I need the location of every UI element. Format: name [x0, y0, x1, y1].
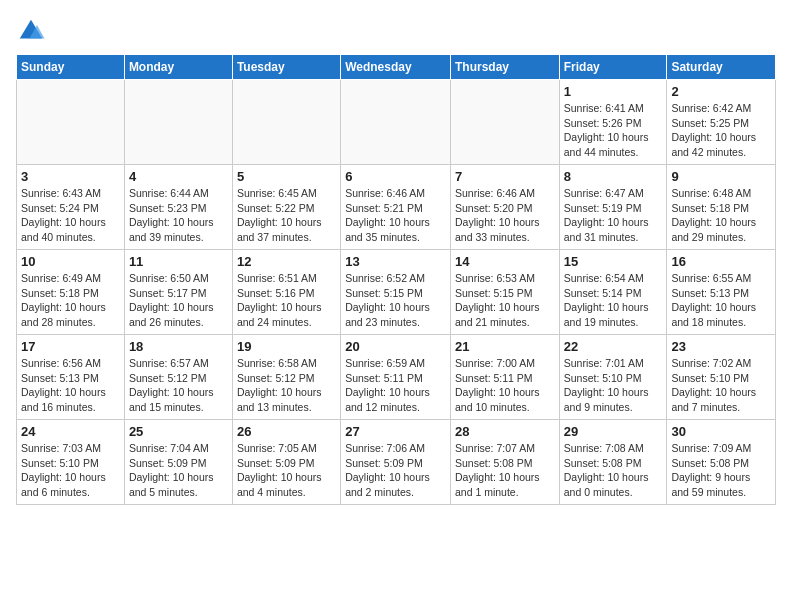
day-number: 29	[564, 424, 663, 439]
day-info: Sunrise: 7:03 AM Sunset: 5:10 PM Dayligh…	[21, 441, 120, 500]
day-number: 21	[455, 339, 555, 354]
day-number: 28	[455, 424, 555, 439]
day-info: Sunrise: 6:46 AM Sunset: 5:20 PM Dayligh…	[455, 186, 555, 245]
day-number: 13	[345, 254, 446, 269]
day-info: Sunrise: 6:57 AM Sunset: 5:12 PM Dayligh…	[129, 356, 228, 415]
day-number: 16	[671, 254, 771, 269]
day-number: 15	[564, 254, 663, 269]
day-number: 1	[564, 84, 663, 99]
calendar-day-cell: 3Sunrise: 6:43 AM Sunset: 5:24 PM Daylig…	[17, 165, 125, 250]
calendar-day-cell: 8Sunrise: 6:47 AM Sunset: 5:19 PM Daylig…	[559, 165, 667, 250]
calendar-week-row: 3Sunrise: 6:43 AM Sunset: 5:24 PM Daylig…	[17, 165, 776, 250]
day-number: 11	[129, 254, 228, 269]
calendar-day-cell	[124, 80, 232, 165]
day-number: 20	[345, 339, 446, 354]
day-info: Sunrise: 7:05 AM Sunset: 5:09 PM Dayligh…	[237, 441, 336, 500]
calendar-day-cell	[232, 80, 340, 165]
day-info: Sunrise: 6:51 AM Sunset: 5:16 PM Dayligh…	[237, 271, 336, 330]
day-number: 17	[21, 339, 120, 354]
calendar-day-cell: 23Sunrise: 7:02 AM Sunset: 5:10 PM Dayli…	[667, 335, 776, 420]
calendar-week-row: 24Sunrise: 7:03 AM Sunset: 5:10 PM Dayli…	[17, 420, 776, 505]
calendar-day-cell: 4Sunrise: 6:44 AM Sunset: 5:23 PM Daylig…	[124, 165, 232, 250]
calendar-day-cell: 20Sunrise: 6:59 AM Sunset: 5:11 PM Dayli…	[341, 335, 451, 420]
calendar-header-row: SundayMondayTuesdayWednesdayThursdayFrid…	[17, 55, 776, 80]
calendar-day-cell: 28Sunrise: 7:07 AM Sunset: 5:08 PM Dayli…	[450, 420, 559, 505]
day-info: Sunrise: 6:44 AM Sunset: 5:23 PM Dayligh…	[129, 186, 228, 245]
calendar-day-cell: 17Sunrise: 6:56 AM Sunset: 5:13 PM Dayli…	[17, 335, 125, 420]
calendar-week-row: 10Sunrise: 6:49 AM Sunset: 5:18 PM Dayli…	[17, 250, 776, 335]
calendar-day-cell: 10Sunrise: 6:49 AM Sunset: 5:18 PM Dayli…	[17, 250, 125, 335]
calendar-day-cell: 1Sunrise: 6:41 AM Sunset: 5:26 PM Daylig…	[559, 80, 667, 165]
calendar-day-cell: 18Sunrise: 6:57 AM Sunset: 5:12 PM Dayli…	[124, 335, 232, 420]
day-number: 3	[21, 169, 120, 184]
day-number: 23	[671, 339, 771, 354]
calendar-week-row: 17Sunrise: 6:56 AM Sunset: 5:13 PM Dayli…	[17, 335, 776, 420]
calendar-day-cell: 9Sunrise: 6:48 AM Sunset: 5:18 PM Daylig…	[667, 165, 776, 250]
day-info: Sunrise: 6:47 AM Sunset: 5:19 PM Dayligh…	[564, 186, 663, 245]
page-header	[16, 16, 776, 46]
calendar-day-cell: 7Sunrise: 6:46 AM Sunset: 5:20 PM Daylig…	[450, 165, 559, 250]
day-info: Sunrise: 6:43 AM Sunset: 5:24 PM Dayligh…	[21, 186, 120, 245]
day-number: 25	[129, 424, 228, 439]
day-number: 24	[21, 424, 120, 439]
day-info: Sunrise: 7:04 AM Sunset: 5:09 PM Dayligh…	[129, 441, 228, 500]
day-number: 22	[564, 339, 663, 354]
calendar-day-cell	[450, 80, 559, 165]
day-info: Sunrise: 6:54 AM Sunset: 5:14 PM Dayligh…	[564, 271, 663, 330]
calendar-day-cell: 29Sunrise: 7:08 AM Sunset: 5:08 PM Dayli…	[559, 420, 667, 505]
logo	[16, 16, 52, 46]
logo-icon	[16, 16, 46, 46]
calendar-week-row: 1Sunrise: 6:41 AM Sunset: 5:26 PM Daylig…	[17, 80, 776, 165]
day-number: 12	[237, 254, 336, 269]
day-info: Sunrise: 6:55 AM Sunset: 5:13 PM Dayligh…	[671, 271, 771, 330]
calendar-day-cell	[341, 80, 451, 165]
calendar-day-header: Monday	[124, 55, 232, 80]
calendar-day-cell: 27Sunrise: 7:06 AM Sunset: 5:09 PM Dayli…	[341, 420, 451, 505]
calendar-day-cell: 13Sunrise: 6:52 AM Sunset: 5:15 PM Dayli…	[341, 250, 451, 335]
day-info: Sunrise: 6:46 AM Sunset: 5:21 PM Dayligh…	[345, 186, 446, 245]
day-info: Sunrise: 6:58 AM Sunset: 5:12 PM Dayligh…	[237, 356, 336, 415]
day-info: Sunrise: 6:59 AM Sunset: 5:11 PM Dayligh…	[345, 356, 446, 415]
day-info: Sunrise: 6:48 AM Sunset: 5:18 PM Dayligh…	[671, 186, 771, 245]
day-info: Sunrise: 6:49 AM Sunset: 5:18 PM Dayligh…	[21, 271, 120, 330]
calendar-day-header: Wednesday	[341, 55, 451, 80]
calendar-day-header: Saturday	[667, 55, 776, 80]
calendar-day-cell: 26Sunrise: 7:05 AM Sunset: 5:09 PM Dayli…	[232, 420, 340, 505]
calendar-day-cell: 19Sunrise: 6:58 AM Sunset: 5:12 PM Dayli…	[232, 335, 340, 420]
calendar-body: 1Sunrise: 6:41 AM Sunset: 5:26 PM Daylig…	[17, 80, 776, 505]
day-number: 7	[455, 169, 555, 184]
calendar-day-cell: 11Sunrise: 6:50 AM Sunset: 5:17 PM Dayli…	[124, 250, 232, 335]
calendar-day-cell: 25Sunrise: 7:04 AM Sunset: 5:09 PM Dayli…	[124, 420, 232, 505]
day-number: 5	[237, 169, 336, 184]
calendar-day-cell: 5Sunrise: 6:45 AM Sunset: 5:22 PM Daylig…	[232, 165, 340, 250]
day-info: Sunrise: 6:45 AM Sunset: 5:22 PM Dayligh…	[237, 186, 336, 245]
day-number: 19	[237, 339, 336, 354]
calendar-day-cell: 16Sunrise: 6:55 AM Sunset: 5:13 PM Dayli…	[667, 250, 776, 335]
day-number: 9	[671, 169, 771, 184]
day-number: 10	[21, 254, 120, 269]
day-number: 30	[671, 424, 771, 439]
calendar-day-cell: 2Sunrise: 6:42 AM Sunset: 5:25 PM Daylig…	[667, 80, 776, 165]
calendar-day-cell: 24Sunrise: 7:03 AM Sunset: 5:10 PM Dayli…	[17, 420, 125, 505]
day-info: Sunrise: 7:09 AM Sunset: 5:08 PM Dayligh…	[671, 441, 771, 500]
calendar-day-cell: 14Sunrise: 6:53 AM Sunset: 5:15 PM Dayli…	[450, 250, 559, 335]
day-info: Sunrise: 6:41 AM Sunset: 5:26 PM Dayligh…	[564, 101, 663, 160]
day-number: 2	[671, 84, 771, 99]
calendar: SundayMondayTuesdayWednesdayThursdayFrid…	[16, 54, 776, 505]
calendar-day-cell: 30Sunrise: 7:09 AM Sunset: 5:08 PM Dayli…	[667, 420, 776, 505]
calendar-day-cell: 21Sunrise: 7:00 AM Sunset: 5:11 PM Dayli…	[450, 335, 559, 420]
day-number: 6	[345, 169, 446, 184]
day-number: 27	[345, 424, 446, 439]
day-number: 26	[237, 424, 336, 439]
day-info: Sunrise: 6:53 AM Sunset: 5:15 PM Dayligh…	[455, 271, 555, 330]
day-info: Sunrise: 6:42 AM Sunset: 5:25 PM Dayligh…	[671, 101, 771, 160]
calendar-day-cell: 15Sunrise: 6:54 AM Sunset: 5:14 PM Dayli…	[559, 250, 667, 335]
day-info: Sunrise: 7:07 AM Sunset: 5:08 PM Dayligh…	[455, 441, 555, 500]
calendar-day-header: Sunday	[17, 55, 125, 80]
calendar-day-header: Thursday	[450, 55, 559, 80]
day-number: 8	[564, 169, 663, 184]
day-info: Sunrise: 7:02 AM Sunset: 5:10 PM Dayligh…	[671, 356, 771, 415]
calendar-day-cell: 22Sunrise: 7:01 AM Sunset: 5:10 PM Dayli…	[559, 335, 667, 420]
calendar-day-cell: 12Sunrise: 6:51 AM Sunset: 5:16 PM Dayli…	[232, 250, 340, 335]
day-info: Sunrise: 7:08 AM Sunset: 5:08 PM Dayligh…	[564, 441, 663, 500]
